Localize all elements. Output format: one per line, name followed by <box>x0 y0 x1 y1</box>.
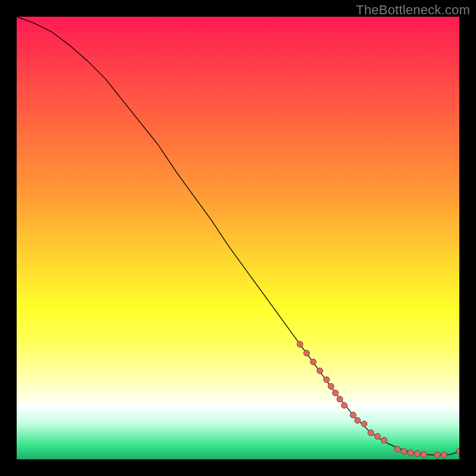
marker-dot <box>350 412 356 418</box>
marker-dot <box>434 452 440 458</box>
marker-dot <box>337 396 343 402</box>
marker-dot <box>381 437 387 443</box>
marker-dot <box>328 383 334 389</box>
chart-overlay <box>17 17 459 459</box>
bottleneck-curve <box>17 17 459 455</box>
marker-dot <box>317 368 323 374</box>
marker-dot <box>303 350 309 356</box>
marker-dots <box>297 342 459 458</box>
marker-dot <box>414 450 420 456</box>
marker-dot <box>401 449 407 455</box>
marker-dot <box>355 418 361 424</box>
chart-frame: TheBottleneck.com <box>0 0 476 476</box>
marker-dot <box>333 390 339 396</box>
marker-dot <box>456 449 459 455</box>
marker-dot <box>297 342 303 347</box>
marker-dot <box>324 377 330 383</box>
marker-dot <box>421 452 427 458</box>
marker-dot <box>342 402 347 408</box>
plot-area <box>17 17 459 459</box>
marker-dot <box>361 421 367 427</box>
watermark-text: TheBottleneck.com <box>356 2 470 18</box>
marker-dot <box>374 433 380 439</box>
marker-dot <box>394 446 400 452</box>
marker-dot <box>368 430 374 436</box>
marker-dot <box>408 450 414 456</box>
marker-dot <box>310 359 316 365</box>
marker-dot <box>441 452 447 458</box>
